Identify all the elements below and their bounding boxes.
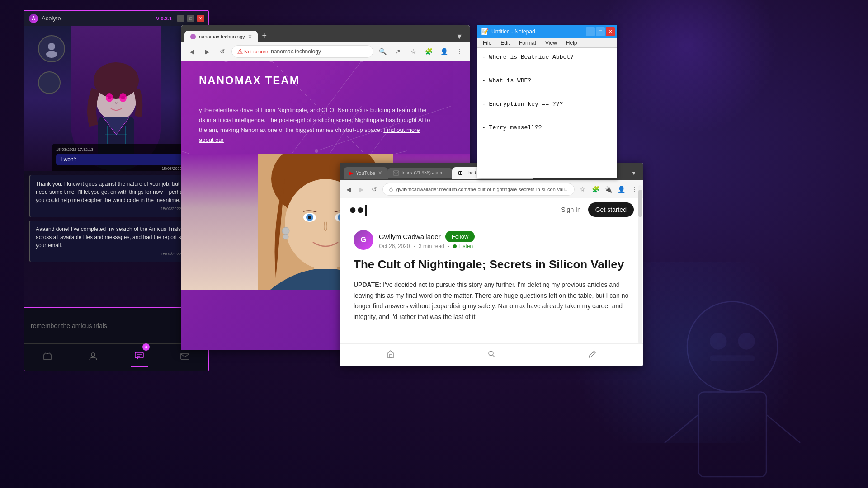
menu-medium-icon[interactable]: ⋮ — [629, 183, 639, 196]
svg-rect-57 — [461, 172, 462, 174]
menu-format[interactable]: Format — [515, 39, 540, 47]
bubble-timestamp: 15/03/2022 17:32:16 — [56, 166, 199, 171]
message-input[interactable] — [31, 322, 181, 329]
youtube-tab-close[interactable]: ✕ — [378, 170, 382, 176]
bubble-text: I won't — [56, 154, 199, 165]
svg-point-49 — [308, 216, 311, 219]
url-display: nanomax.technology — [271, 48, 368, 55]
youtube-tab[interactable]: ▶ YouTube ✕ — [344, 167, 388, 179]
note-line-5: - Encryption key == ??? — [482, 99, 612, 110]
scroll-thumb[interactable] — [638, 190, 642, 217]
svg-rect-58 — [390, 189, 392, 191]
nav-profile-icon[interactable] — [85, 347, 102, 367]
note-line-6 — [482, 110, 612, 122]
svg-line-6 — [766, 415, 800, 443]
menu-view[interactable]: View — [542, 39, 561, 47]
forward-button[interactable]: ▶ — [201, 45, 213, 58]
svg-rect-24 — [181, 353, 189, 359]
notepad-minimize[interactable]: ─ — [586, 27, 595, 36]
inbox-tab[interactable]: Inbox (21,936) - jamin... — [388, 168, 452, 178]
browser-chrome-nanomax: nanomax.technology ✕ + ▼ — [181, 25, 470, 42]
address-bar-nanomax[interactable]: Not secure nanomax.technology — [231, 45, 373, 58]
notepad-titlebar: 📝 Untitled - Notepad ─ □ ✕ — [477, 25, 617, 38]
address-bar-medium[interactable]: gwilymcadwallader.medium.com/the-cult-of… — [382, 183, 575, 196]
scrollbar[interactable] — [638, 185, 642, 343]
inbox-tab-label: Inbox (21,936) - jamin... — [401, 170, 447, 175]
back-btn-medium[interactable]: ◀ — [344, 183, 354, 196]
bookmark-icon[interactable]: ☆ — [407, 45, 420, 58]
back-button[interactable]: ◀ — [185, 45, 198, 58]
extensions-medium-icon[interactable]: 🧩 — [590, 183, 601, 196]
profile-medium-icon[interactable]: 👤 — [616, 183, 627, 196]
acolyte-title: Acolyte — [42, 15, 61, 22]
message-1-text: Thank you. I know it goes against the na… — [36, 181, 193, 203]
gmail-icon — [393, 170, 399, 176]
medium-favicon — [458, 170, 463, 176]
svg-point-0 — [687, 302, 778, 392]
acolyte-logo-icon: A — [29, 14, 38, 23]
bookmark-medium-icon[interactable]: ☆ — [577, 183, 588, 196]
notepad-close[interactable]: ✕ — [606, 27, 615, 36]
nav-wardrobe-icon[interactable] — [39, 347, 56, 367]
reload-btn-medium[interactable]: ↺ — [369, 183, 380, 196]
menu-icon[interactable]: ⋮ — [453, 45, 466, 58]
maximize-button[interactable]: □ — [187, 15, 194, 22]
notepad-maximize[interactable]: □ — [596, 27, 605, 36]
nav-home-icon[interactable] — [386, 349, 395, 361]
lock-icon — [388, 187, 394, 192]
extensions2-medium-icon[interactable]: 🔌 — [603, 183, 613, 196]
expand-button[interactable]: ▼ — [628, 168, 639, 178]
svg-point-2 — [710, 333, 727, 350]
menu-edit[interactable]: Edit — [497, 39, 514, 47]
close-button[interactable]: ✕ — [197, 15, 204, 22]
svg-rect-59 — [389, 355, 392, 357]
svg-point-60 — [489, 351, 493, 356]
menu-file[interactable]: File — [479, 39, 495, 47]
article-body: G Gwilym Cadwallader Follow Oct 26, 2020… — [340, 221, 643, 343]
notepad-menu: File Edit Format View Help — [477, 38, 617, 48]
svg-point-52 — [283, 234, 288, 239]
author-info: Gwilym Cadwallader Follow Oct 26, 2020 ·… — [379, 231, 475, 249]
new-tab-button[interactable]: + — [259, 29, 271, 42]
svg-point-16 — [121, 96, 125, 99]
medium-content: ●●| Sign In Get started G Gwilym Cadwall… — [340, 198, 643, 366]
notepad-text-area[interactable]: - Where is Beatrice Abbot? - What is WBE… — [477, 48, 617, 178]
profile-icon[interactable]: 👤 — [438, 45, 450, 58]
nav-search-icon[interactable] — [487, 349, 496, 361]
extensions-icon[interactable]: 🧩 — [422, 45, 435, 58]
follow-button[interactable]: Follow — [445, 231, 475, 242]
svg-line-61 — [493, 355, 495, 357]
svg-point-8 — [46, 51, 57, 58]
not-secure-label: Not secure — [244, 49, 268, 54]
read-time: 3 min read — [419, 243, 444, 249]
acolyte-titlebar: A Acolyte V 0.3.1 ─ □ ✕ — [24, 11, 208, 26]
svg-rect-4 — [710, 355, 755, 361]
notepad-controls: ─ □ ✕ — [586, 27, 615, 36]
nav-mail-icon[interactable] — [176, 347, 193, 367]
notepad-title: Untitled - Notepad — [491, 28, 535, 35]
listen-label: Listen — [458, 243, 473, 249]
svg-rect-54 — [393, 171, 399, 175]
warning-icon — [237, 49, 243, 54]
bubble-timestamp-above: 15/03/2022 17:32:13 — [56, 147, 199, 152]
listen-button[interactable]: Listen — [453, 243, 473, 249]
tab-close-nanomax[interactable]: ✕ — [248, 33, 252, 40]
sign-in-button[interactable]: Sign In — [561, 206, 581, 213]
get-started-button[interactable]: Get started — [588, 202, 634, 217]
nav-chat-icon[interactable]: 3 — [131, 347, 148, 367]
reload-button[interactable]: ↺ — [216, 45, 229, 58]
svg-rect-1 — [698, 392, 766, 477]
active-tab-nanomax[interactable]: nanomax.technology ✕ — [184, 31, 258, 42]
menu-help[interactable]: Help — [562, 39, 581, 47]
minimize-button[interactable]: ─ — [177, 15, 184, 22]
avatar-small — [38, 71, 61, 94]
collapse-button[interactable]: ▼ — [452, 31, 467, 42]
message-1-timestamp: 15/03/2022 17:32:21 — [36, 206, 198, 212]
share-icon[interactable]: ↗ — [392, 45, 404, 58]
nav-edit-icon[interactable] — [588, 349, 597, 361]
svg-rect-56 — [459, 172, 460, 174]
search-icon[interactable]: 🔍 — [376, 45, 389, 58]
forward-btn-medium[interactable]: ▶ — [357, 183, 367, 196]
url-display-medium: gwilymcadwallader.medium.com/the-cult-of… — [396, 187, 569, 192]
medium-logo: ●●| — [349, 202, 368, 217]
